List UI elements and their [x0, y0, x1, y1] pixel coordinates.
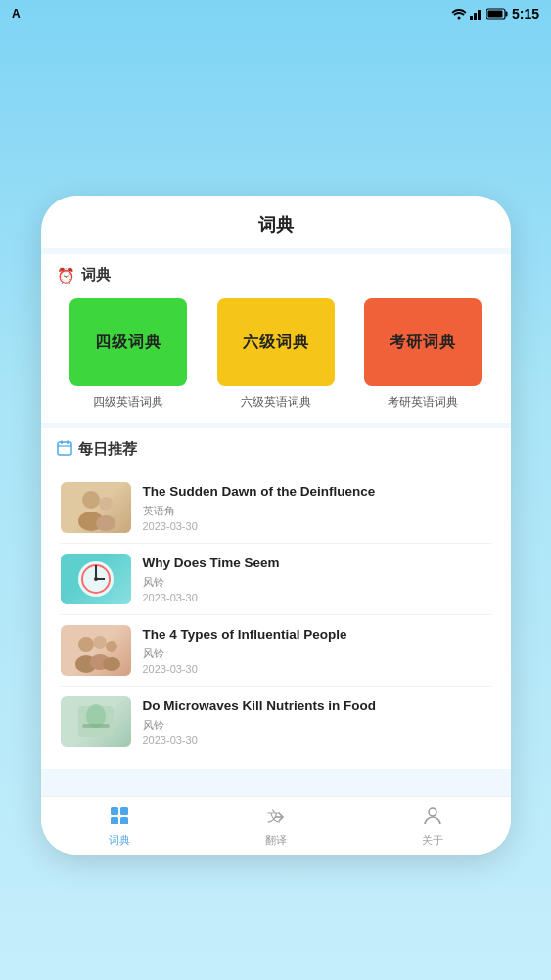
- svg-rect-33: [120, 817, 128, 824]
- svg-point-15: [96, 515, 115, 531]
- svg-rect-2: [474, 13, 477, 20]
- dict-card-cet4-label: 四级英语词典: [93, 394, 163, 411]
- article-title-2: Why Does Time Seem: [143, 555, 491, 573]
- article-info-3: The 4 Types of Influential People 风铃 202…: [143, 626, 491, 676]
- thumb-illustration-1: [71, 482, 120, 533]
- dict-card-kaoyan-title: 考研词典: [390, 333, 456, 353]
- status-bar: A 5:15: [0, 0, 551, 27]
- svg-point-14: [99, 497, 113, 511]
- about-nav-icon: [422, 805, 443, 831]
- article-thumb-1: [61, 482, 131, 533]
- article-thumb-3: [61, 625, 131, 676]
- svg-point-12: [82, 491, 100, 509]
- dict-card-kaoyan-label: 考研英语词典: [388, 394, 458, 411]
- list-item[interactable]: Do Microwaves Kill Nutrients in Food 风铃 …: [61, 687, 491, 757]
- nav-label-translate: 翻译: [265, 833, 287, 848]
- thumb-illustration-2: [70, 554, 121, 604]
- article-source-4: 风铃: [143, 718, 491, 733]
- svg-point-21: [78, 637, 94, 652]
- svg-text:文: 文: [267, 808, 281, 824]
- dict-card-cet4-title: 四级词典: [95, 333, 161, 353]
- status-right: 5:15: [451, 6, 539, 22]
- page-title: 词典: [258, 215, 294, 235]
- svg-rect-1: [470, 16, 473, 20]
- svg-rect-7: [487, 11, 502, 18]
- dict-card-kaoyan[interactable]: 考研词典 考研英语词典: [355, 298, 491, 411]
- daily-section-title: 每日推荐: [57, 440, 495, 459]
- bottom-nav: 词典 文 翻译 关于: [41, 796, 511, 855]
- dict-card-kaoyan-img: 考研词典: [364, 298, 482, 386]
- article-title-3: The 4 Types of Influential People: [143, 626, 491, 645]
- article-info-1: The Sudden Dawn of the Deinfluence 英语角 2…: [143, 483, 491, 533]
- dict-card-cet6-title: 六级词典: [243, 333, 309, 353]
- svg-rect-3: [478, 10, 481, 20]
- dict-section-icon: ⏰: [57, 267, 75, 285]
- article-source-2: 风铃: [143, 575, 491, 590]
- svg-point-20: [94, 577, 98, 581]
- svg-point-25: [106, 641, 117, 652]
- dict-section-title: ⏰ 词典: [57, 266, 495, 285]
- article-title-4: Do Microwaves Kill Nutrients in Food: [143, 697, 491, 716]
- dict-card-cet4-img: 四级词典: [69, 298, 187, 386]
- status-left-label: A: [12, 7, 21, 21]
- svg-point-23: [93, 636, 107, 649]
- dict-card-cet4[interactable]: 四级词典 四级英语词典: [61, 298, 197, 411]
- dict-section-label: 词典: [81, 266, 111, 285]
- article-source-3: 风铃: [143, 646, 491, 661]
- list-item[interactable]: Why Does Time Seem 风铃 2023-03-30: [61, 544, 491, 615]
- article-date-3: 2023-03-30: [143, 663, 491, 675]
- translate-nav-icon: 文: [265, 805, 287, 831]
- nav-label-about: 关于: [422, 833, 443, 848]
- svg-rect-31: [120, 807, 128, 815]
- phone-card: 词典 ⏰ 词典 四级词典 四级英语词典 六级词典: [41, 196, 511, 855]
- daily-section-label: 每日推荐: [78, 440, 137, 459]
- daily-section: 每日推荐: [41, 428, 511, 769]
- article-info-2: Why Does Time Seem 风铃 2023-03-30: [143, 555, 491, 604]
- article-thumb-2: [61, 554, 131, 604]
- svg-rect-32: [111, 817, 118, 824]
- signal-icon: [470, 8, 483, 20]
- clock-time: 5:15: [512, 6, 539, 22]
- list-item[interactable]: The 4 Types of Influential People 风铃 202…: [61, 615, 491, 687]
- svg-point-36: [429, 808, 436, 816]
- dict-nav-icon: [109, 805, 130, 831]
- nav-item-translate[interactable]: 文 翻译: [246, 799, 306, 854]
- article-thumb-4: [61, 696, 131, 747]
- article-date-1: 2023-03-30: [143, 520, 491, 532]
- article-date-4: 2023-03-30: [143, 735, 491, 746]
- dict-card-cet6[interactable]: 六级词典 六级英语词典: [207, 298, 344, 411]
- dict-card-cet6-label: 六级英语词典: [241, 394, 311, 411]
- daily-section-icon: [57, 440, 72, 459]
- card-header: 词典: [41, 196, 511, 248]
- nav-item-about[interactable]: 关于: [402, 799, 463, 854]
- svg-point-0: [457, 17, 460, 20]
- article-info-4: Do Microwaves Kill Nutrients in Food 风铃 …: [143, 697, 491, 747]
- nav-label-dict: 词典: [109, 833, 130, 848]
- article-title-1: The Sudden Dawn of the Deinfluence: [143, 483, 491, 502]
- article-date-2: 2023-03-30: [143, 592, 491, 603]
- thumb-illustration-3: [70, 625, 121, 676]
- article-source-1: 英语角: [143, 504, 491, 518]
- svg-rect-29: [82, 724, 110, 728]
- battery-icon: [486, 8, 508, 20]
- status-icons: [451, 8, 508, 20]
- card-content: ⏰ 词典 四级词典 四级英语词典 六级词典 六级英语词典: [41, 254, 511, 833]
- thumb-illustration-4: [70, 696, 121, 747]
- nav-item-dict[interactable]: 词典: [89, 799, 150, 854]
- list-item[interactable]: The Sudden Dawn of the Deinfluence 英语角 2…: [61, 472, 491, 544]
- dict-card-cet6-img: 六级词典: [217, 298, 335, 386]
- dict-section: ⏰ 词典 四级词典 四级英语词典 六级词典 六级英语词典: [41, 254, 511, 423]
- article-list: The Sudden Dawn of the Deinfluence 英语角 2…: [57, 472, 495, 757]
- svg-point-26: [103, 657, 120, 671]
- calendar-icon: [57, 440, 72, 456]
- dict-cards-container: 四级词典 四级英语词典 六级词典 六级英语词典 考研词典 考研英语词典: [57, 298, 495, 411]
- svg-rect-8: [58, 442, 71, 455]
- svg-rect-30: [111, 807, 118, 815]
- wifi-icon: [451, 8, 467, 20]
- svg-rect-6: [505, 12, 507, 17]
